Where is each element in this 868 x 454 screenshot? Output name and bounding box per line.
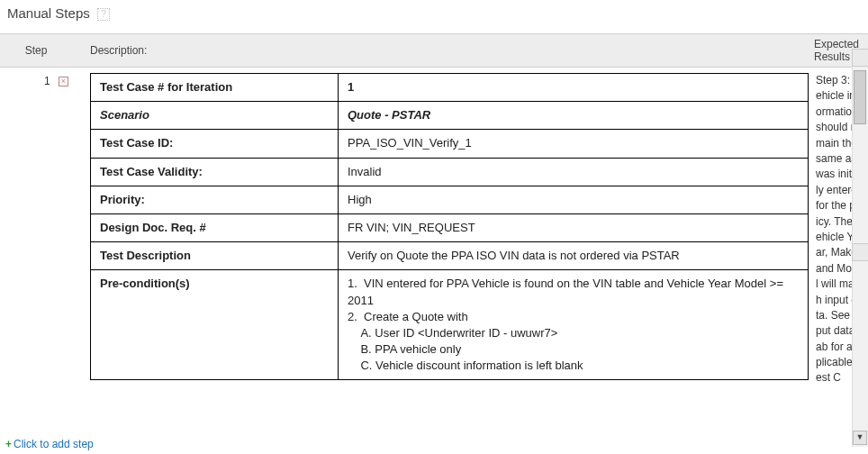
table-label-cell: Design Doc. Req. # bbox=[91, 213, 339, 241]
scroll-thumb[interactable] bbox=[854, 70, 866, 124]
scroll-down-button[interactable]: ▼ bbox=[853, 431, 867, 445]
step-number-cell: 1 × bbox=[0, 68, 72, 424]
table-label-cell: Pre-condition(s) bbox=[91, 270, 339, 380]
title-text: Manual Steps bbox=[7, 5, 90, 21]
side-panel-stub-1[interactable] bbox=[852, 49, 868, 67]
column-header-step[interactable]: Step bbox=[0, 44, 72, 57]
side-panel-stub-2[interactable] bbox=[852, 243, 868, 261]
table-row: Test DescriptionVerify on Quote the PPA … bbox=[91, 242, 809, 270]
table-value-cell: 1 bbox=[339, 74, 809, 102]
table-value-cell: FR VIN; VIN_REQUEST bbox=[339, 213, 809, 241]
add-step-label: Click to add step bbox=[14, 438, 94, 450]
table-label-cell: Scenario bbox=[91, 102, 339, 130]
delete-step-icon[interactable]: × bbox=[59, 77, 68, 86]
test-case-table: Test Case # for Iteration1ScenarioQuote … bbox=[90, 73, 809, 380]
table-row: Priority:High bbox=[91, 186, 809, 213]
table-value-cell: Quote - PSTAR bbox=[339, 102, 809, 130]
description-cell[interactable]: Test Case # for Iteration1ScenarioQuote … bbox=[72, 68, 814, 424]
table-label-cell: Test Case # for Iteration bbox=[91, 74, 339, 102]
step-number: 1 bbox=[44, 75, 50, 87]
add-step-link[interactable]: +Click to add step bbox=[5, 438, 94, 450]
table-row: Design Doc. Req. #FR VIN; VIN_REQUEST bbox=[91, 213, 809, 241]
section-title: Manual Steps ? bbox=[0, 0, 868, 24]
table-row: ScenarioQuote - PSTAR bbox=[91, 102, 809, 130]
table-value-cell: 1. VIN entered for PPA Vehicle is found … bbox=[339, 270, 809, 380]
table-row: Test Case Validity:Invalid bbox=[91, 158, 809, 186]
table-label-cell: Test Description bbox=[91, 242, 339, 270]
help-icon[interactable]: ? bbox=[97, 8, 110, 21]
table-row: Test Case ID:PPA_ISO_VIN_Verify_1 bbox=[91, 130, 809, 158]
plus-icon: + bbox=[5, 438, 12, 450]
table-label-cell: Test Case Validity: bbox=[91, 158, 339, 186]
grid-header-row: Step Description: Expected Results bbox=[0, 33, 868, 68]
grid-body: 1 × Test Case # for Iteration1ScenarioQu… bbox=[0, 68, 868, 424]
table-value-cell: Verify on Quote the PPA ISO VIN data is … bbox=[339, 242, 809, 270]
table-row: Pre-condition(s)1. VIN entered for PPA V… bbox=[91, 270, 809, 380]
table-value-cell: PPA_ISO_VIN_Verify_1 bbox=[339, 130, 809, 158]
column-header-description[interactable]: Description: bbox=[72, 44, 814, 57]
table-value-cell: Invalid bbox=[339, 158, 809, 186]
table-row: Test Case # for Iteration1 bbox=[91, 74, 809, 102]
table-label-cell: Test Case ID: bbox=[91, 130, 339, 158]
table-value-cell: High bbox=[339, 186, 809, 213]
table-label-cell: Priority: bbox=[91, 186, 339, 213]
